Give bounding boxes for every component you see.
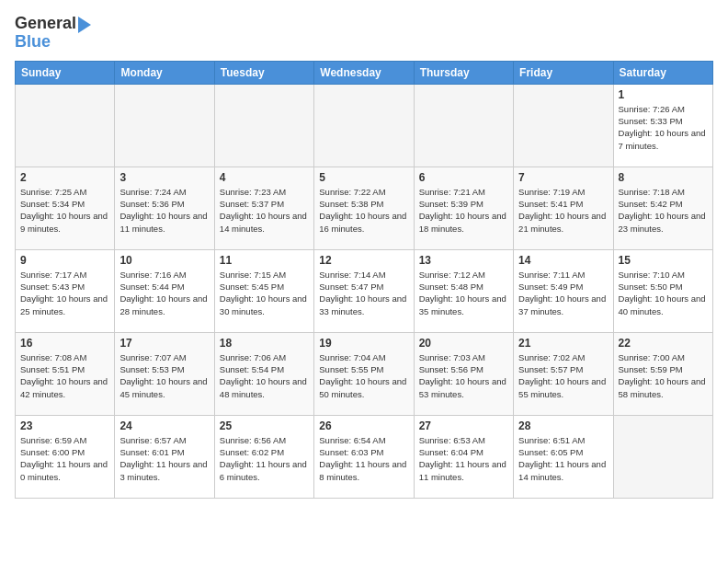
calendar-cell: 9Sunrise: 7:17 AM Sunset: 5:43 PM Daylig… xyxy=(16,249,115,332)
day-info: Sunrise: 6:54 AM Sunset: 6:03 PM Dayligh… xyxy=(319,434,408,483)
day-number: 4 xyxy=(220,171,309,184)
day-number: 16 xyxy=(20,337,109,350)
page-header: General Blue xyxy=(15,15,713,52)
day-number: 19 xyxy=(319,337,408,350)
day-number: 23 xyxy=(20,419,109,432)
calendar-table: SundayMondayTuesdayWednesdayThursdayFrid… xyxy=(15,61,713,499)
calendar-cell: 26Sunrise: 6:54 AM Sunset: 6:03 PM Dayli… xyxy=(314,415,414,498)
weekday-header-tuesday: Tuesday xyxy=(214,61,313,84)
calendar-cell: 11Sunrise: 7:15 AM Sunset: 5:45 PM Dayli… xyxy=(214,249,313,332)
calendar-cell: 22Sunrise: 7:00 AM Sunset: 5:59 PM Dayli… xyxy=(613,332,712,415)
day-info: Sunrise: 6:59 AM Sunset: 6:00 PM Dayligh… xyxy=(20,434,109,483)
day-info: Sunrise: 7:19 AM Sunset: 5:41 PM Dayligh… xyxy=(518,186,608,235)
day-number: 7 xyxy=(518,171,608,184)
day-info: Sunrise: 7:00 AM Sunset: 5:59 PM Dayligh… xyxy=(619,351,708,400)
calendar-cell: 4Sunrise: 7:23 AM Sunset: 5:37 PM Daylig… xyxy=(214,167,313,249)
calendar-cell: 13Sunrise: 7:12 AM Sunset: 5:48 PM Dayli… xyxy=(414,249,513,332)
day-number: 20 xyxy=(419,337,508,350)
logo-text-blue: Blue xyxy=(15,32,51,51)
weekday-header-wednesday: Wednesday xyxy=(314,61,414,84)
day-info: Sunrise: 7:08 AM Sunset: 5:51 PM Dayligh… xyxy=(20,351,109,400)
day-number: 18 xyxy=(220,337,309,350)
day-number: 1 xyxy=(619,88,708,101)
calendar-week-row: 1Sunrise: 7:26 AM Sunset: 5:33 PM Daylig… xyxy=(16,84,713,167)
day-number: 26 xyxy=(319,419,408,432)
day-number: 28 xyxy=(518,419,608,432)
logo-arrow-icon xyxy=(78,17,91,33)
day-info: Sunrise: 6:56 AM Sunset: 6:02 PM Dayligh… xyxy=(220,434,309,483)
day-number: 6 xyxy=(419,171,508,184)
calendar-cell: 3Sunrise: 7:24 AM Sunset: 5:36 PM Daylig… xyxy=(115,167,214,249)
day-number: 12 xyxy=(319,254,408,267)
calendar-cell: 10Sunrise: 7:16 AM Sunset: 5:44 PM Dayli… xyxy=(115,249,214,332)
day-info: Sunrise: 7:24 AM Sunset: 5:36 PM Dayligh… xyxy=(119,186,209,235)
calendar-cell: 6Sunrise: 7:21 AM Sunset: 5:39 PM Daylig… xyxy=(414,167,513,249)
day-number: 11 xyxy=(220,254,309,267)
day-info: Sunrise: 7:10 AM Sunset: 5:50 PM Dayligh… xyxy=(619,269,708,317)
calendar-cell xyxy=(414,84,513,167)
day-info: Sunrise: 7:12 AM Sunset: 5:48 PM Dayligh… xyxy=(419,269,508,317)
weekday-header-row: SundayMondayTuesdayWednesdayThursdayFrid… xyxy=(16,61,713,84)
day-number: 2 xyxy=(20,171,109,184)
logo-text: General xyxy=(15,15,76,33)
calendar-cell: 28Sunrise: 6:51 AM Sunset: 6:05 PM Dayli… xyxy=(514,415,613,498)
day-info: Sunrise: 7:14 AM Sunset: 5:47 PM Dayligh… xyxy=(319,269,408,317)
calendar-cell: 17Sunrise: 7:07 AM Sunset: 5:53 PM Dayli… xyxy=(115,332,214,415)
day-info: Sunrise: 7:26 AM Sunset: 5:33 PM Dayligh… xyxy=(619,103,708,152)
calendar-cell: 24Sunrise: 6:57 AM Sunset: 6:01 PM Dayli… xyxy=(115,415,214,498)
day-number: 3 xyxy=(119,171,209,184)
day-info: Sunrise: 7:25 AM Sunset: 5:34 PM Dayligh… xyxy=(20,186,109,235)
day-number: 8 xyxy=(619,171,708,184)
calendar-cell: 23Sunrise: 6:59 AM Sunset: 6:00 PM Dayli… xyxy=(16,415,115,498)
day-number: 27 xyxy=(419,419,508,432)
day-number: 22 xyxy=(619,337,708,350)
calendar-week-row: 2Sunrise: 7:25 AM Sunset: 5:34 PM Daylig… xyxy=(16,167,713,249)
calendar-cell xyxy=(214,84,313,167)
weekday-header-saturday: Saturday xyxy=(613,61,712,84)
day-number: 10 xyxy=(119,254,209,267)
day-number: 5 xyxy=(319,171,408,184)
day-info: Sunrise: 7:03 AM Sunset: 5:56 PM Dayligh… xyxy=(419,351,508,400)
weekday-header-monday: Monday xyxy=(115,61,214,84)
calendar-cell: 21Sunrise: 7:02 AM Sunset: 5:57 PM Dayli… xyxy=(514,332,613,415)
day-number: 9 xyxy=(20,254,109,267)
day-number: 21 xyxy=(518,337,608,350)
calendar-cell xyxy=(514,84,613,167)
calendar-cell: 12Sunrise: 7:14 AM Sunset: 5:47 PM Dayli… xyxy=(314,249,414,332)
day-number: 25 xyxy=(220,419,309,432)
weekday-header-friday: Friday xyxy=(514,61,613,84)
calendar-cell: 14Sunrise: 7:11 AM Sunset: 5:49 PM Dayli… xyxy=(514,249,613,332)
day-number: 15 xyxy=(619,254,708,267)
calendar-week-row: 23Sunrise: 6:59 AM Sunset: 6:00 PM Dayli… xyxy=(16,415,713,498)
calendar-cell: 7Sunrise: 7:19 AM Sunset: 5:41 PM Daylig… xyxy=(514,167,613,249)
day-info: Sunrise: 6:57 AM Sunset: 6:01 PM Dayligh… xyxy=(119,434,209,483)
calendar-cell: 20Sunrise: 7:03 AM Sunset: 5:56 PM Dayli… xyxy=(414,332,513,415)
day-info: Sunrise: 7:04 AM Sunset: 5:55 PM Dayligh… xyxy=(319,351,408,400)
day-info: Sunrise: 7:07 AM Sunset: 5:53 PM Dayligh… xyxy=(119,351,209,400)
day-info: Sunrise: 6:51 AM Sunset: 6:05 PM Dayligh… xyxy=(518,434,608,483)
calendar-cell: 16Sunrise: 7:08 AM Sunset: 5:51 PM Dayli… xyxy=(16,332,115,415)
day-info: Sunrise: 7:23 AM Sunset: 5:37 PM Dayligh… xyxy=(220,186,309,235)
day-info: Sunrise: 7:11 AM Sunset: 5:49 PM Dayligh… xyxy=(518,269,608,317)
calendar-cell: 5Sunrise: 7:22 AM Sunset: 5:38 PM Daylig… xyxy=(314,167,414,249)
calendar-cell xyxy=(115,84,214,167)
day-info: Sunrise: 6:53 AM Sunset: 6:04 PM Dayligh… xyxy=(419,434,508,483)
day-info: Sunrise: 7:17 AM Sunset: 5:43 PM Dayligh… xyxy=(20,269,109,317)
day-info: Sunrise: 7:16 AM Sunset: 5:44 PM Dayligh… xyxy=(119,269,209,317)
calendar-cell: 19Sunrise: 7:04 AM Sunset: 5:55 PM Dayli… xyxy=(314,332,414,415)
calendar-cell: 25Sunrise: 6:56 AM Sunset: 6:02 PM Dayli… xyxy=(214,415,313,498)
calendar-cell: 8Sunrise: 7:18 AM Sunset: 5:42 PM Daylig… xyxy=(613,167,712,249)
day-number: 24 xyxy=(119,419,209,432)
day-number: 17 xyxy=(119,337,209,350)
calendar-week-row: 9Sunrise: 7:17 AM Sunset: 5:43 PM Daylig… xyxy=(16,249,713,332)
day-number: 13 xyxy=(419,254,508,267)
calendar-week-row: 16Sunrise: 7:08 AM Sunset: 5:51 PM Dayli… xyxy=(16,332,713,415)
calendar-cell xyxy=(16,84,115,167)
day-info: Sunrise: 7:06 AM Sunset: 5:54 PM Dayligh… xyxy=(220,351,309,400)
calendar-cell xyxy=(613,415,712,498)
day-info: Sunrise: 7:22 AM Sunset: 5:38 PM Dayligh… xyxy=(319,186,408,235)
calendar-cell: 27Sunrise: 6:53 AM Sunset: 6:04 PM Dayli… xyxy=(414,415,513,498)
day-info: Sunrise: 7:21 AM Sunset: 5:39 PM Dayligh… xyxy=(419,186,508,235)
day-info: Sunrise: 7:18 AM Sunset: 5:42 PM Dayligh… xyxy=(619,186,708,235)
calendar-cell xyxy=(314,84,414,167)
